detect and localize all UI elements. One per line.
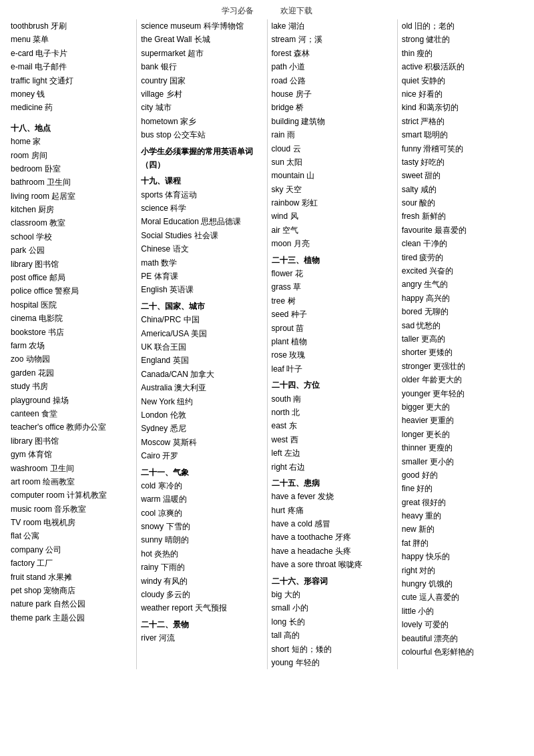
list-item: classroom 教室 (11, 216, 132, 230)
list-item: hospital 医院 (11, 298, 132, 312)
list-item: rainbow 彩虹 (272, 196, 393, 210)
column-2: science museum 科学博物馆the Great Wall 长城sup… (137, 19, 267, 669)
list-item: grass 草 (272, 280, 393, 294)
list-item: sad 忧愁的 (402, 319, 523, 332)
list-item: quiet 安静的 (402, 74, 523, 87)
list-item: beautiful 漂亮的 (402, 632, 523, 645)
list-item: supermarket 超市 (141, 47, 262, 60)
list-item: path 小道 (272, 60, 393, 73)
list-item: library 图书馆 (11, 434, 132, 448)
list-item: long 长的 (272, 615, 393, 629)
list-item: happy 高兴的 (402, 292, 523, 305)
column-3: lake 湖泊stream 河；溪forest 森林path 小道road 公路… (268, 19, 398, 669)
list-item: longer 更长的 (402, 428, 523, 441)
list-item: heavy 重的 (402, 509, 523, 522)
list-item: new 新的 (402, 522, 523, 536)
list-item: happy 快乐的 (402, 550, 523, 563)
list-item: factory 工厂 (11, 556, 132, 570)
list-item: weather report 天气预报 (141, 601, 262, 615)
list-item: sunny 晴朗的 (141, 533, 262, 546)
list-item: left 左边 (272, 446, 393, 460)
list-item: study 书房 (11, 380, 132, 393)
list-item: rain 雨 (272, 128, 393, 141)
list-item: sun 太阳 (272, 155, 393, 169)
list-item: sour 酸的 (402, 196, 523, 210)
list-item: fat 胖的 (402, 536, 523, 550)
list-item: wind 风 (272, 210, 393, 223)
list-item: hungry 饥饿的 (402, 577, 523, 591)
list-item: seed 种子 (272, 308, 393, 321)
list-item: mountain 山 (272, 169, 393, 182)
list-item: the Great Wall 长城 (141, 33, 262, 46)
list-item: canteen 食堂 (11, 407, 132, 420)
list-item: playground 操场 (11, 394, 132, 407)
list-item: Sydney 悉尼 (141, 422, 262, 435)
list-item: toothbrush 牙刷 (11, 19, 132, 33)
list-item: company 公司 (11, 543, 132, 556)
list-item: bank 银行 (141, 60, 262, 73)
list-item: America/USA 美国 (141, 327, 262, 340)
list-item: funny 滑稽可笑的 (402, 142, 523, 155)
list-item: room 房间 (11, 149, 132, 162)
list-item: have a headache 头疼 (272, 544, 393, 558)
list-item: fine 好的 (402, 482, 523, 495)
list-item: tired 疲劳的 (402, 251, 523, 264)
list-item: e-card 电子卡片 (11, 47, 132, 60)
list-item: cinema 电影院 (11, 312, 132, 325)
list-item: thin 瘦的 (402, 47, 523, 60)
list-item: plant 植物 (272, 335, 393, 348)
list-item: London 伦敦 (141, 408, 262, 422)
list-item: 二十、国家、城市 (141, 300, 262, 313)
list-item: science 科学 (141, 202, 262, 215)
list-item: big 大的 (272, 588, 393, 601)
list-item: New York 纽约 (141, 395, 262, 408)
list-item: 十九、课程 (141, 174, 262, 187)
main-content: toothbrush 牙刷menu 菜单e-card 电子卡片e-mail 电子… (0, 19, 534, 669)
column-1: toothbrush 牙刷menu 菜单e-card 电子卡片e-mail 电子… (7, 19, 137, 669)
list-item: pet shop 宠物商店 (11, 584, 132, 597)
list-item: teacher's office 教师办公室 (11, 420, 132, 434)
list-item: lovely 可爱的 (402, 618, 523, 631)
list-item: warm 温暖的 (141, 492, 262, 506)
list-item: forest 森林 (272, 47, 393, 60)
list-item: bookstore 书店 (11, 326, 132, 339)
list-item: music room 音乐教室 (11, 502, 132, 516)
list-item: right 对的 (402, 564, 523, 577)
list-item: police office 警察局 (11, 284, 132, 298)
list-item: computer room 计算机教室 (11, 488, 132, 502)
list-item: e-mail 电子邮件 (11, 60, 132, 73)
list-item: bus stop 公交车站 (141, 128, 262, 141)
list-item: 二十二、景物 (141, 618, 262, 631)
list-item: school 学校 (11, 230, 132, 244)
list-item: building 建筑物 (272, 115, 393, 128)
list-item: England 英国 (141, 354, 262, 367)
list-item: Chinese 语文 (141, 242, 262, 256)
list-item: old 旧的；老的 (402, 19, 523, 33)
list-item: kitchen 厨房 (11, 203, 132, 216)
list-item: east 东 (272, 419, 393, 432)
list-item: park 公园 (11, 244, 132, 257)
list-item: right 右边 (272, 460, 393, 474)
list-item: leaf 叶子 (272, 362, 393, 376)
list-item: washroom 卫生间 (11, 462, 132, 475)
list-item: bigger 更大的 (402, 400, 523, 414)
list-item: little 小的 (402, 605, 523, 618)
list-item: medicine 药 (11, 101, 132, 114)
list-item: small 小的 (272, 601, 393, 615)
list-item: excited 兴奋的 (402, 264, 523, 278)
list-item: living room 起居室 (11, 190, 132, 203)
list-item: taller 更高的 (402, 332, 523, 346)
list-item: bridge 桥 (272, 101, 393, 114)
list-item: sweet 甜的 (402, 169, 523, 182)
list-item: money 钱 (11, 87, 132, 101)
list-item: angry 生气的 (402, 278, 523, 291)
list-item: older 年龄更大的 (402, 373, 523, 386)
list-item: menu 菜单 (11, 33, 132, 46)
list-item: bedroom 卧室 (11, 162, 132, 175)
list-item: smaller 更小的 (402, 455, 523, 468)
list-item: nice 好看的 (402, 87, 523, 101)
list-item: 小学生必须掌握的常用英语单词（四） (141, 145, 262, 172)
list-item (11, 115, 132, 119)
list-item: village 乡村 (141, 87, 262, 101)
list-item: active 积极活跃的 (402, 60, 523, 73)
